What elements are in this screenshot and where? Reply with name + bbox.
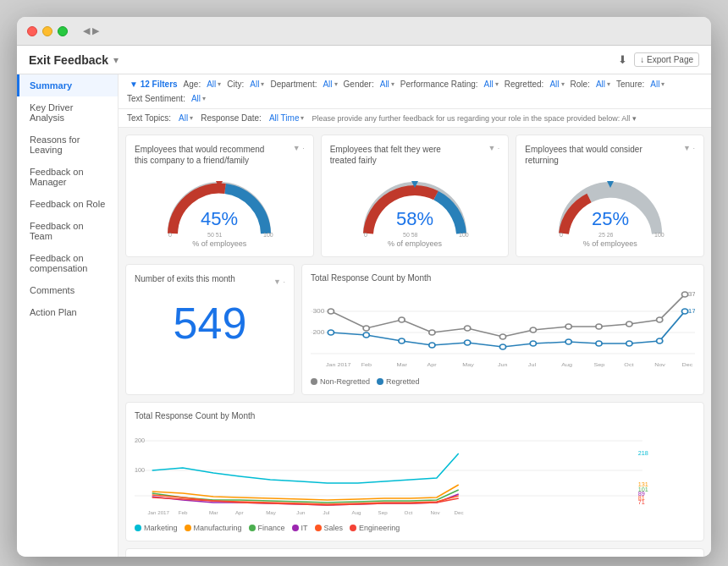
svg-text:100: 100: [654, 232, 665, 238]
svg-point-40: [596, 341, 602, 346]
sidebar-item-team[interactable]: Feedback on Team: [17, 215, 118, 247]
filter-regret[interactable]: All ▾: [547, 79, 566, 90]
svg-text:Nov: Nov: [431, 509, 441, 515]
title-caret[interactable]: ▾: [113, 54, 119, 66]
svg-text:50 51: 50 51: [207, 232, 223, 238]
filter-topics[interactable]: All ▾: [176, 113, 196, 124]
filter-response-label: Response Date:: [201, 113, 262, 123]
multi-chart-card: Total Response Count by Month 200 100: [125, 402, 704, 541]
legend-non-regretted: Non-Regretted: [311, 377, 370, 386]
sidebar-item-comments[interactable]: Comments: [17, 279, 118, 301]
svg-point-36: [465, 340, 471, 345]
filter-role-label: Role:: [571, 80, 590, 89]
filter-age[interactable]: All ▾: [204, 79, 223, 90]
gauge-1-label: % of employees: [192, 239, 246, 248]
sidebar-item-key-driver[interactable]: Key Driver Analysis: [17, 96, 118, 129]
dashboard-content: Employees that would recommend this comp…: [119, 128, 711, 548]
filter-city-label: City:: [227, 80, 244, 89]
filter-role[interactable]: All ▾: [593, 79, 613, 90]
svg-text:25 26: 25 26: [598, 232, 614, 238]
svg-text:Jun: Jun: [296, 509, 305, 515]
sidebar-item-compensation[interactable]: Feedback on compensation: [17, 247, 118, 279]
metric-title: Number of exits this month: [135, 273, 235, 284]
filter-response[interactable]: All Time ▾: [267, 113, 307, 124]
svg-text:Feb: Feb: [361, 362, 372, 367]
line-chart-card: Total Response Count by Month 300 200: [301, 264, 704, 395]
legend-regretted: Regretted: [377, 377, 420, 386]
app-header: Exit Feedback ▾ ⬇ ↓ Export Page: [17, 46, 711, 74]
filter-dept[interactable]: All ▾: [320, 79, 339, 90]
gauge-card-3: Employees that would consider returning …: [516, 135, 704, 257]
gauge-2-filter[interactable]: ▼ ·: [488, 144, 499, 152]
svg-text:375: 375: [688, 291, 695, 298]
legend-manufacturing: Manufacturing: [185, 524, 242, 532]
svg-text:218: 218: [638, 450, 648, 457]
filter-count[interactable]: ▼ 12 Filters: [127, 79, 180, 90]
svg-point-28: [596, 324, 602, 329]
filter-city[interactable]: All ▾: [247, 79, 267, 90]
metric-chart-row: Number of exits this month ▼ · 549 Total…: [125, 264, 704, 395]
gauge-card-1: Employees that would recommend this comp…: [125, 135, 314, 257]
svg-point-34: [399, 338, 405, 343]
svg-point-33: [363, 332, 369, 338]
filter-sentiment[interactable]: All ▾: [189, 93, 208, 104]
legend-engineering: Engineering: [350, 524, 400, 532]
export-button[interactable]: ↓ Export Page: [634, 52, 699, 67]
metric-value: 549: [135, 298, 285, 349]
back-button[interactable]: ◀ ▶: [80, 24, 102, 38]
sidebar-item-reasons[interactable]: Reasons for Leaving: [17, 129, 118, 161]
gauge-1-filter[interactable]: ▼ ·: [293, 144, 305, 152]
metric-card: Number of exits this month ▼ · 549: [125, 264, 295, 395]
svg-point-26: [530, 327, 536, 332]
svg-text:Jan 2017: Jan 2017: [326, 362, 351, 367]
legend-sales: Sales: [315, 524, 344, 532]
filter-bar-1: ▼ 12 Filters Age: All ▾ City: All ▾ Depa…: [119, 74, 711, 109]
minimize-button[interactable]: [42, 26, 52, 36]
svg-text:Mar: Mar: [397, 362, 408, 367]
sidebar: Summary Key Driver Analysis Reasons for …: [17, 74, 119, 557]
sidebar-item-manager[interactable]: Feedback on Manager: [17, 161, 118, 193]
filter-topics-label: Text Topics:: [127, 113, 171, 123]
filter-tenure[interactable]: All ▾: [648, 79, 667, 90]
bottom-bar-title: Top reasons for employee exit (regretted…: [135, 556, 307, 557]
svg-text:45%: 45%: [201, 208, 238, 229]
svg-text:25%: 25%: [592, 208, 629, 229]
svg-text:May: May: [462, 362, 474, 368]
maximize-button[interactable]: [58, 26, 68, 36]
svg-text:Nov: Nov: [654, 362, 666, 367]
svg-point-22: [399, 317, 405, 322]
svg-text:Sep: Sep: [594, 362, 605, 368]
svg-point-32: [328, 330, 334, 335]
svg-point-24: [465, 326, 471, 331]
svg-text:174: 174: [688, 308, 695, 315]
svg-point-25: [499, 334, 505, 339]
gauge-row: Employees that would recommend this comp…: [125, 135, 704, 257]
filter-gender[interactable]: All ▾: [378, 79, 397, 90]
svg-text:Apr: Apr: [427, 362, 437, 368]
filter-hint: Please provide any further feedback for …: [312, 114, 703, 123]
multi-chart-svg: 200 100: [135, 424, 695, 517]
titlebar: ◀ ▶: [17, 17, 711, 46]
sidebar-item-summary[interactable]: Summary: [17, 74, 118, 96]
svg-text:100: 100: [263, 232, 273, 238]
svg-point-31: [681, 292, 687, 297]
gauge-3-filter[interactable]: ▼ ·: [683, 144, 695, 152]
sidebar-item-action[interactable]: Action Plan: [17, 301, 118, 323]
sidebar-item-role[interactable]: Feedback on Role: [17, 193, 118, 215]
bottom-bar-filter[interactable]: ▼: [687, 557, 695, 558]
filter-regret-label: Regretted:: [505, 80, 544, 89]
svg-text:Oct: Oct: [405, 509, 413, 515]
legend-marketing: Marketing: [135, 524, 178, 532]
svg-text:Jul: Jul: [323, 509, 329, 515]
bottom-bar-section: Top reasons for employee exit (regretted…: [125, 548, 704, 557]
filter-perf[interactable]: All ▾: [482, 79, 501, 90]
metric-filter[interactable]: ▼ ·: [273, 278, 285, 286]
close-button[interactable]: [27, 26, 37, 36]
svg-text:Aug: Aug: [561, 362, 572, 368]
svg-point-29: [626, 321, 632, 327]
svg-text:0: 0: [560, 232, 563, 238]
svg-text:May: May: [266, 509, 277, 515]
svg-text:Mar: Mar: [209, 509, 218, 515]
svg-text:200: 200: [135, 437, 145, 444]
legend-finance: Finance: [249, 524, 285, 532]
